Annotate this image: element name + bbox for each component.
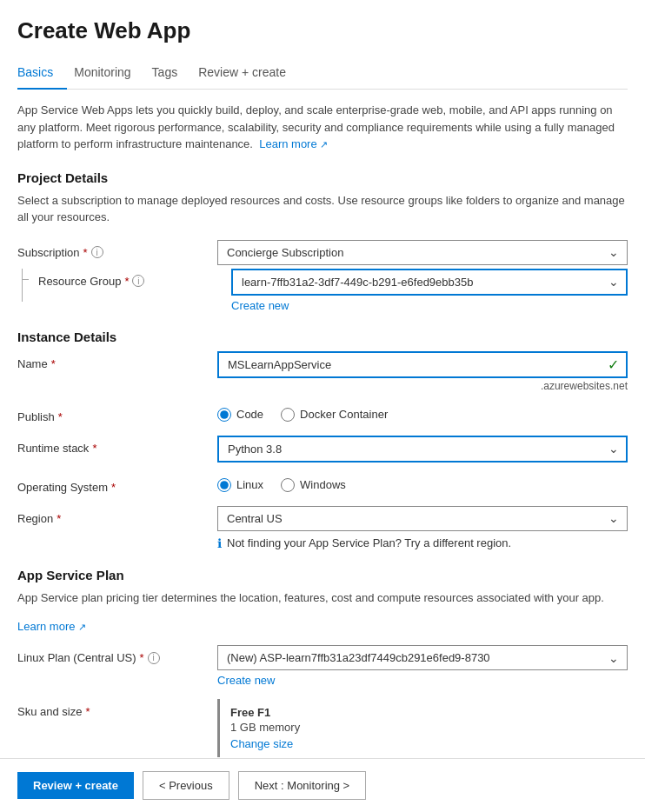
resource-group-row: Resource Group * i learn-7ffb31a2-3df7-4…	[17, 269, 628, 312]
linux-plan-required: *	[140, 651, 144, 664]
app-description: App Service Web Apps lets you quickly bu…	[17, 102, 628, 153]
next-button[interactable]: Next : Monitoring >	[238, 771, 366, 800]
name-input[interactable]	[217, 351, 628, 378]
publish-docker-radio[interactable]	[281, 408, 295, 422]
os-required: *	[111, 481, 116, 494]
sku-tier: Free F1	[230, 706, 617, 719]
region-info-text: Not finding your App Service Plan? Try a…	[227, 536, 511, 549]
sku-size-row: Sku and size * Free F1 1 GB memory Chang…	[17, 699, 628, 757]
runtime-stack-dropdown[interactable]: Python 3.8	[217, 436, 628, 463]
app-service-plan-header: App Service Plan	[17, 568, 628, 582]
publish-docker-option[interactable]: Docker Container	[281, 408, 388, 422]
sku-size-label: Sku and size *	[17, 699, 217, 718]
os-row: Operating System * Linux Windows	[17, 475, 628, 494]
os-windows-option[interactable]: Windows	[281, 478, 346, 492]
region-info-icon: ℹ	[217, 536, 222, 550]
runtime-stack-control: Python 3.8	[217, 436, 628, 463]
publish-radio-group: Code Docker Container	[217, 404, 628, 422]
linux-plan-info-icon[interactable]: i	[148, 652, 160, 664]
app-service-plan-description: App Service plan pricing tier determines…	[17, 589, 628, 607]
resource-group-label: Resource Group * i	[31, 269, 231, 288]
subscription-label: Subscription * i	[17, 240, 217, 259]
resource-group-info-icon[interactable]: i	[132, 275, 144, 287]
os-linux-option[interactable]: Linux	[217, 478, 263, 492]
name-control: ✓ .azurewebsites.net	[217, 351, 628, 392]
resource-group-create-new[interactable]: Create new	[231, 299, 289, 312]
tab-monitoring[interactable]: Monitoring	[74, 58, 144, 90]
bottom-bar: Review + create < Previous Next : Monito…	[0, 758, 645, 812]
linux-plan-row: Linux Plan (Central US) * i (New) ASP-le…	[17, 645, 628, 687]
instance-details-header: Instance Details	[17, 329, 628, 344]
linux-plan-create-new[interactable]: Create new	[217, 674, 275, 687]
os-windows-radio[interactable]	[281, 478, 295, 492]
publish-row: Publish * Code Docker Container	[17, 404, 628, 423]
region-dropdown-wrapper: Central US	[217, 506, 628, 531]
region-control: Central US ℹ Not finding your App Servic…	[217, 506, 628, 550]
name-input-wrapper: ✓	[217, 351, 628, 378]
region-dropdown[interactable]: Central US	[217, 506, 628, 531]
tabs-container: Basics Monitoring Tags Review + create	[17, 58, 628, 90]
resource-group-control: learn-7ffb31a2-3df7-449c-b291-e6fed9ebb3…	[231, 269, 628, 312]
publish-label: Publish *	[17, 404, 217, 423]
sku-detail: 1 GB memory	[230, 721, 617, 734]
subscription-info-icon[interactable]: i	[91, 246, 103, 258]
linux-plan-dropdown[interactable]: (New) ASP-learn7ffb31a23df7449cb291e6fed…	[217, 645, 628, 670]
subscription-row: Subscription * i Concierge Subscription	[17, 240, 628, 265]
os-windows-label: Windows	[300, 478, 346, 491]
os-linux-radio[interactable]	[217, 478, 231, 492]
linux-plan-dropdown-wrapper: (New) ASP-learn7ffb31a23df7449cb291e6fed…	[217, 645, 628, 670]
subscription-dropdown-wrapper: Concierge Subscription	[217, 240, 628, 265]
name-required: *	[51, 357, 56, 370]
publish-docker-label: Docker Container	[300, 408, 388, 421]
project-details-header: Project Details	[17, 170, 628, 185]
sku-box: Free F1 1 GB memory Change size	[217, 699, 628, 757]
tab-tags[interactable]: Tags	[152, 58, 192, 90]
linux-plan-label: Linux Plan (Central US) * i	[17, 645, 217, 664]
runtime-stack-required: *	[92, 442, 96, 455]
runtime-stack-label: Runtime stack *	[17, 436, 217, 455]
resource-group-dropdown[interactable]: learn-7ffb31a2-3df7-449c-b291-e6fed9ebb3…	[231, 269, 628, 296]
tab-basics[interactable]: Basics	[17, 58, 67, 90]
os-radio-group: Linux Windows	[217, 475, 628, 492]
review-create-button[interactable]: Review + create	[17, 772, 134, 799]
region-label: Region *	[17, 506, 217, 525]
tab-review-create[interactable]: Review + create	[198, 58, 300, 90]
region-info-box: ℹ Not finding your App Service Plan? Try…	[217, 536, 628, 550]
azure-suffix: .azurewebsites.net	[217, 380, 628, 392]
name-row: Name * ✓ .azurewebsites.net	[17, 351, 628, 392]
runtime-stack-dropdown-wrapper: Python 3.8	[217, 436, 628, 463]
subscription-required: *	[83, 246, 88, 259]
project-details-description: Select a subscription to manage deployed…	[17, 192, 628, 226]
name-label: Name *	[17, 351, 217, 370]
sku-size-required: *	[85, 705, 90, 718]
resource-group-dropdown-wrapper: learn-7ffb31a2-3df7-449c-b291-e6fed9ebb3…	[231, 269, 628, 296]
name-check-icon: ✓	[608, 356, 619, 373]
publish-code-option[interactable]: Code	[217, 408, 263, 422]
resource-group-required: *	[124, 275, 129, 288]
publish-control: Code Docker Container	[217, 404, 628, 422]
subscription-control: Concierge Subscription	[217, 240, 628, 265]
region-required: *	[57, 512, 61, 525]
previous-button[interactable]: < Previous	[143, 771, 229, 800]
os-label: Operating System *	[17, 475, 217, 494]
learn-more-link-plan[interactable]: Learn more	[17, 620, 86, 633]
region-row: Region * Central US ℹ Not finding your A…	[17, 506, 628, 550]
linux-plan-control: (New) ASP-learn7ffb31a23df7449cb291e6fed…	[217, 645, 628, 687]
os-linux-label: Linux	[236, 478, 263, 491]
publish-code-radio[interactable]	[217, 408, 231, 422]
publish-required: *	[58, 410, 63, 423]
subscription-dropdown[interactable]: Concierge Subscription	[217, 240, 628, 265]
sku-change-size[interactable]: Change size	[230, 737, 293, 750]
os-control: Linux Windows	[217, 475, 628, 492]
learn-more-link-top[interactable]: Learn more	[259, 137, 328, 150]
sku-size-control: Free F1 1 GB memory Change size	[217, 699, 628, 757]
page-title: Create Web App	[17, 17, 628, 44]
publish-code-label: Code	[236, 408, 263, 421]
runtime-stack-row: Runtime stack * Python 3.8	[17, 436, 628, 463]
